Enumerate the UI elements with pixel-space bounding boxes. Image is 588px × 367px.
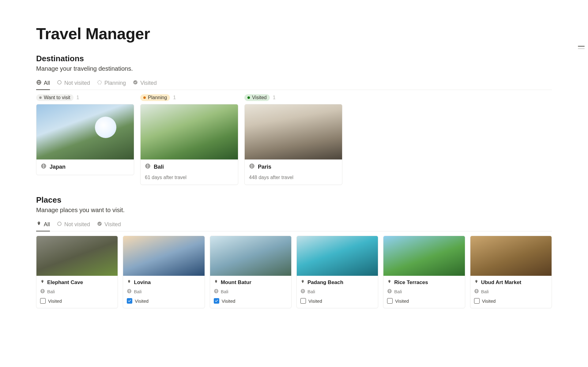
tab-label: All [44, 221, 50, 228]
place-card[interactable]: Ubud Art Market Bali Visited [470, 236, 552, 308]
place-title: Rice Terraces [394, 279, 428, 286]
destinations-tab-all[interactable]: All [36, 78, 50, 90]
destinations-heading: Destinations [36, 54, 552, 63]
pin-icon [300, 279, 305, 286]
visited-checkbox[interactable] [387, 298, 393, 304]
card-subtext: 448 days after travel [249, 175, 338, 180]
tab-label: Visited [104, 221, 121, 228]
card-title: Japan [50, 164, 66, 170]
place-destination: Bali [481, 289, 489, 294]
page-toc-toggle[interactable] [578, 46, 585, 49]
pin-icon [214, 279, 218, 286]
visited-checkbox[interactable] [214, 298, 219, 304]
pin-icon [387, 279, 392, 286]
place-card[interactable]: Elephant Cave Bali Visited [36, 236, 118, 308]
place-title: Ubud Art Market [481, 279, 522, 286]
place-destination: Bali [307, 289, 315, 294]
globe-icon [41, 163, 47, 170]
globe-icon [145, 163, 151, 170]
destinations-tab-planning[interactable]: Planning [97, 78, 126, 90]
globe-icon [300, 289, 305, 294]
circle-icon [57, 221, 62, 228]
card-cover-image [297, 236, 378, 276]
card-cover-image [245, 104, 342, 159]
places-tab-not-visited[interactable]: Not visited [57, 219, 90, 231]
pin-icon [474, 279, 479, 286]
place-card[interactable]: Rice Terraces Bali Visited [383, 236, 465, 308]
status-pill[interactable]: Visited [244, 94, 270, 101]
globe-icon [127, 289, 132, 294]
status-label: Planning [148, 95, 167, 100]
places-description: Manage places you want to visit. [36, 207, 552, 214]
destination-group: Want to visit 1 Japan [36, 94, 134, 185]
places-heading: Places [36, 195, 552, 205]
card-cover-image [141, 104, 238, 159]
card-cover-image [383, 236, 465, 276]
place-destination: Bali [221, 289, 228, 294]
destination-group: Visited 1 Paris 448 days after travel [244, 94, 342, 185]
globe-icon [40, 289, 45, 294]
pin-icon [127, 279, 131, 286]
destination-card[interactable]: Paris 448 days after travel [244, 104, 342, 185]
place-card[interactable]: Padang Beach Bali Visited [296, 236, 378, 308]
page-title: Travel Manager [36, 24, 552, 43]
place-title: Lovina [134, 279, 151, 286]
visited-label: Visited [482, 298, 496, 304]
places-tabs: AllNot visitedVisited [36, 219, 552, 231]
place-card[interactable]: Lovina Bali Visited [123, 236, 205, 308]
card-title: Bali [154, 164, 164, 170]
tab-label: Not visited [64, 221, 90, 228]
group-count: 1 [77, 95, 79, 100]
destination-group: Planning 1 Bali 61 days after travel [140, 94, 238, 185]
dashed-circle-icon [97, 80, 102, 87]
visited-label: Visited [308, 298, 322, 304]
place-title: Padang Beach [307, 279, 343, 286]
visited-checkbox[interactable] [300, 298, 306, 304]
place-destination: Bali [394, 289, 402, 294]
globe-icon [474, 289, 479, 294]
destinations-tab-not-visited[interactable]: Not visited [57, 78, 90, 90]
destination-card[interactable]: Bali 61 days after travel [140, 104, 238, 185]
group-count: 1 [273, 95, 276, 100]
check-circle-icon [133, 80, 138, 87]
card-cover-image [36, 104, 134, 159]
place-title: Elephant Cave [47, 279, 83, 286]
visited-label: Visited [135, 298, 149, 304]
places-tab-all[interactable]: All [36, 219, 50, 231]
visited-label: Visited [222, 298, 236, 304]
globe-icon [387, 289, 392, 294]
circle-icon [57, 80, 62, 87]
pin-icon [36, 221, 42, 228]
visited-checkbox[interactable] [40, 298, 46, 304]
status-label: Visited [252, 95, 267, 100]
pin-icon [40, 279, 45, 286]
status-pill[interactable]: Want to visit [36, 94, 74, 101]
card-title: Paris [258, 164, 271, 170]
globe-icon [214, 289, 219, 294]
group-count: 1 [173, 95, 176, 100]
visited-checkbox[interactable] [474, 298, 480, 304]
tab-label: Visited [140, 80, 157, 86]
visited-checkbox[interactable] [127, 298, 132, 304]
destinations-description: Manage your traveling destinations. [36, 65, 552, 72]
visited-label: Visited [48, 298, 62, 304]
places-tab-visited[interactable]: Visited [97, 219, 121, 231]
status-pill[interactable]: Planning [140, 94, 170, 101]
tab-label: All [44, 80, 50, 86]
card-cover-image [36, 236, 118, 276]
card-cover-image [210, 236, 291, 276]
tab-label: Planning [104, 80, 126, 86]
place-card[interactable]: Mount Batur Bali Visited [210, 236, 292, 308]
destinations-tab-visited[interactable]: Visited [133, 78, 157, 90]
destination-card[interactable]: Japan [36, 104, 134, 175]
place-title: Mount Batur [221, 279, 251, 286]
tab-label: Not visited [64, 80, 90, 86]
globe-icon [36, 80, 42, 87]
globe-icon [249, 163, 255, 170]
card-subtext: 61 days after travel [145, 175, 234, 180]
destinations-tabs: AllNot visitedPlanningVisited [36, 78, 552, 90]
card-cover-image [470, 236, 552, 276]
place-destination: Bali [47, 289, 55, 294]
place-destination: Bali [134, 289, 141, 294]
check-circle-icon [97, 221, 102, 228]
